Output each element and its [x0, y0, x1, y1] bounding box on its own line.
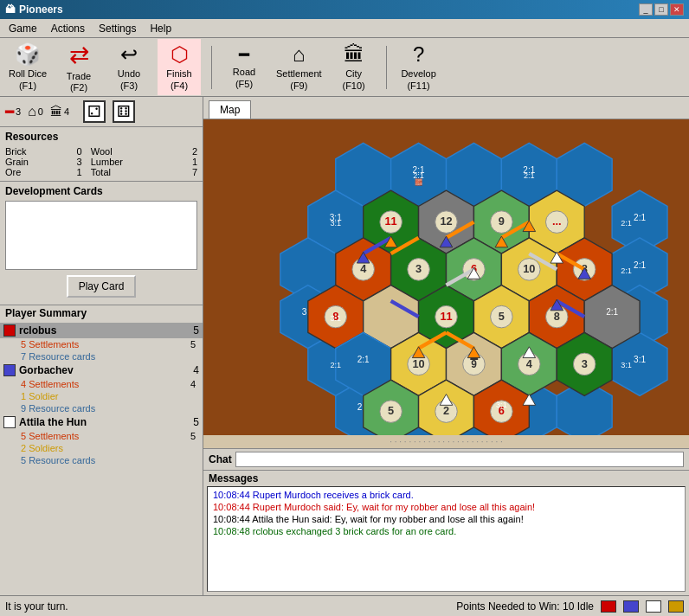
player-row-attila[interactable]: Attila the Hun 5: [0, 414, 203, 430]
dice-2: ⚅: [113, 100, 135, 123]
close-button[interactable]: ✕: [670, 3, 684, 16]
status-right: Points Needed to Win: 10 Idle: [456, 600, 684, 613]
finish-button[interactable]: ⬡ Finish(F4): [158, 39, 201, 94]
title-text: Pioneers: [19, 3, 63, 16]
dev-cards-area: [5, 201, 197, 270]
dev-cards-title: Development Cards: [5, 185, 197, 197]
develop-label: Develop(F11): [401, 68, 435, 91]
trade-label: Trade(F2): [67, 71, 91, 93]
svg-text:...: ...: [552, 215, 562, 228]
svg-text:8: 8: [554, 310, 560, 323]
message-4: 10:08:48 rclobus exchanged 3 brick cards…: [213, 525, 679, 537]
rclobus-resources-label: 7 Resource cards: [21, 351, 95, 362]
grain-value: 3: [56, 157, 82, 167]
develop-button[interactable]: ? Develop(F11): [397, 39, 441, 94]
svg-text:3:1: 3:1: [634, 355, 646, 364]
color-swatch-blue: [623, 600, 639, 613]
attila-settlements-label: 5 Settlements: [21, 431, 79, 441]
wool-label: Wool: [82, 146, 171, 157]
road-button[interactable]: ━ Road(F5): [222, 41, 266, 93]
message-1-text: 10:08:44 Rupert Murdoch receives a brick…: [213, 490, 414, 500]
player-name-gorbachev: Gorbachev: [19, 364, 190, 376]
attila-resources-label: 5 Resource cards: [21, 455, 95, 465]
rclobus-settlements-value: 5: [190, 339, 196, 350]
city-indicator: 🏛 4: [50, 105, 69, 119]
player-points-rclobus: 5: [193, 324, 199, 337]
settlement-button[interactable]: ⌂ Settlement(F9): [273, 39, 325, 94]
minimize-button[interactable]: _: [639, 3, 653, 16]
status-left: It is your turn.: [5, 600, 68, 613]
city-label: City(F10): [342, 68, 364, 91]
player-points-attila: 5: [193, 416, 199, 428]
toolbar-separator-2: [386, 46, 387, 89]
resources-section: Resources Brick 0 Wool 2 Grain 3 Lumber …: [0, 127, 203, 182]
settlement-label: Settlement(F9): [276, 68, 322, 91]
ore-label: Ore: [5, 167, 56, 177]
play-card-button[interactable]: Play Card: [67, 275, 137, 298]
svg-text:10: 10: [412, 357, 424, 370]
svg-text:2:1: 2:1: [413, 171, 424, 180]
svg-text:12: 12: [440, 215, 452, 228]
menu-settings[interactable]: Settings: [93, 21, 141, 36]
title-bar: 🏔 Pioneers _ □ ✕: [0, 0, 689, 19]
road-label: Road(F5): [233, 67, 255, 89]
menu-help[interactable]: Help: [145, 21, 177, 36]
attila-resources: 5 Resource cards: [0, 454, 203, 466]
chat-input[interactable]: [235, 452, 684, 467]
svg-text:3: 3: [582, 357, 588, 370]
map-tab[interactable]: Map: [209, 100, 251, 119]
message-2: 10:08:44 Rupert Murdoch said: Ey, wait f…: [213, 501, 679, 513]
right-area: Map 2:1 🧱: [203, 97, 689, 595]
grain-label: Grain: [5, 157, 56, 167]
player-color-rclobus: [3, 324, 16, 337]
svg-text:2:1: 2:1: [330, 361, 341, 369]
player-summary-scroll[interactable]: rclobus 5 5 Settlements 5 7 Resource car…: [0, 323, 203, 595]
roll-dice-button[interactable]: 🎲 Roll Dice(F1): [5, 39, 50, 94]
player-summary-container: Player Summary rclobus 5 5 Settlements 5…: [0, 305, 203, 595]
svg-text:2:1: 2:1: [634, 260, 646, 270]
messages-list[interactable]: 10:08:44 Rupert Murdoch receives a brick…: [207, 486, 686, 592]
attila-soldiers: 2 Soldiers: [0, 442, 203, 454]
lumber-label: Lumber: [82, 157, 171, 167]
svg-text:2: 2: [443, 404, 449, 417]
resize-handle[interactable]: · · · · · · · · · · · · · · · · · · · · …: [203, 435, 689, 448]
ore-value: 1: [56, 167, 82, 177]
svg-text:2:1: 2:1: [621, 266, 632, 275]
play-card-container: Play Card: [5, 275, 197, 298]
roll-dice-label: Roll Dice(F1): [9, 68, 47, 91]
player-points-gorbachev: 4: [193, 364, 199, 376]
trade-button[interactable]: ⇄ Trade(F2): [57, 37, 100, 97]
chat-bar: Chat: [203, 449, 689, 471]
color-swatch-red: [601, 600, 616, 613]
city-button[interactable]: 🏛 City(F10): [332, 39, 376, 94]
player-name-attila: Attila the Hun: [19, 416, 190, 428]
message-1: 10:08:44 Rupert Murdoch receives a brick…: [213, 489, 679, 501]
develop-icon: ?: [413, 42, 424, 67]
player-row-gorbachev[interactable]: Gorbachev 4: [0, 363, 203, 378]
menu-actions[interactable]: Actions: [46, 21, 90, 36]
menu-game[interactable]: Game: [3, 21, 42, 36]
player-row-rclobus[interactable]: rclobus 5: [0, 323, 203, 338]
city-count: 4: [64, 106, 69, 117]
player-color-attila: [3, 416, 16, 428]
map-container[interactable]: 2:1 🧱 2:1 3:1: [203, 119, 689, 435]
svg-text:3:1: 3:1: [330, 219, 341, 228]
player-color-gorbachev: [3, 364, 16, 376]
maximize-button[interactable]: □: [654, 3, 668, 16]
settlement-indicator: ⌂ 0: [28, 104, 43, 119]
player-summary-title: Player Summary: [0, 305, 203, 323]
lumber-value: 1: [171, 157, 197, 167]
message-3-text: 10:08:44 Attila the Hun said: Ey, wait f…: [213, 514, 524, 524]
gorbachev-settlements-value: 4: [190, 379, 196, 389]
undo-button[interactable]: ↩ Undo(F3): [107, 39, 151, 94]
status-points: Points Needed to Win: 10 Idle: [456, 600, 594, 613]
left-panel: ━ 3 ⌂ 0 🏛 4 ⚁ ⚅ Resources Brick 0 Wool: [0, 97, 203, 595]
main-container: ━ 3 ⌂ 0 🏛 4 ⚁ ⚅ Resources Brick 0 Wool: [0, 97, 689, 595]
svg-text:5: 5: [499, 310, 505, 323]
window-controls[interactable]: _ □ ✕: [639, 3, 684, 16]
app-icon: 🏔: [5, 3, 16, 16]
undo-label: Undo(F3): [118, 68, 140, 91]
status-bar: It is your turn. Points Needed to Win: 1…: [0, 595, 689, 616]
map-tab-bar: Map: [203, 97, 689, 119]
settlement-icon: ⌂: [293, 42, 306, 67]
